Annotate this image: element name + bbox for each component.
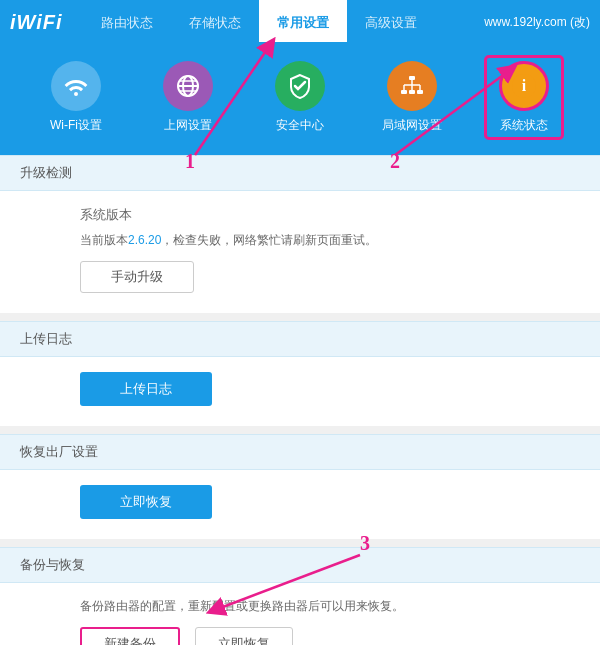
backup-section-header: 备份与恢复 (0, 547, 600, 583)
factory-reset-button[interactable]: 立即恢复 (80, 485, 212, 519)
nav-tab-router-status[interactable]: 路由状态 (83, 0, 171, 45)
upload-log-button[interactable]: 上传日志 (80, 372, 212, 406)
svg-rect-5 (409, 76, 415, 80)
icon-security[interactable]: 安全中心 (260, 61, 340, 134)
factory-reset-section-header: 恢复出厂设置 (0, 434, 600, 470)
lan-label: 局域网设置 (382, 117, 442, 134)
system-label: 系统状态 (500, 117, 548, 134)
header-website: www.192ly.com (改) (484, 14, 590, 31)
upgrade-section-header: 升级检测 (0, 155, 600, 191)
icon-wifi[interactable]: Wi-Fi设置 (36, 61, 116, 134)
internet-icon-circle (163, 61, 213, 111)
backup-desc: 备份路由器的配置，重新配置或更换路由器后可以用来恢复。 (80, 598, 520, 615)
divider-2 (0, 426, 600, 434)
page-wrapper: iWiFi 路由状态 存储状态 常用设置 高级设置 www.192ly.com … (0, 0, 600, 645)
lan-icon-circle (387, 61, 437, 111)
internet-label: 上网设置 (164, 117, 212, 134)
svg-rect-8 (417, 90, 423, 94)
icon-system[interactable]: i 系统状态 (484, 55, 564, 140)
version-number: 2.6.20 (128, 233, 161, 247)
upload-log-section-body: 上传日志 (0, 357, 600, 426)
svg-rect-7 (409, 90, 415, 94)
security-icon-circle (275, 61, 325, 111)
restore-button[interactable]: 立即恢复 (195, 627, 293, 645)
svg-text:i: i (522, 77, 527, 94)
system-icon-circle: i (499, 61, 549, 111)
divider-3 (0, 539, 600, 547)
nav-tabs: 路由状态 存储状态 常用设置 高级设置 (83, 0, 485, 45)
backup-buttons: 新建备份 立即恢复 (80, 627, 520, 645)
wifi-label: Wi-Fi设置 (50, 117, 102, 134)
security-label: 安全中心 (276, 117, 324, 134)
upgrade-section-body: 系统版本 当前版本2.6.20，检查失败，网络繁忙请刷新页面重试。 手动升级 (0, 191, 600, 313)
upload-log-section-header: 上传日志 (0, 321, 600, 357)
icon-row: Wi-Fi设置 上网设置 安全中心 (0, 45, 600, 155)
content-area: 升级检测 系统版本 当前版本2.6.20，检查失败，网络繁忙请刷新页面重试。 手… (0, 155, 600, 645)
header: iWiFi 路由状态 存储状态 常用设置 高级设置 www.192ly.com … (0, 0, 600, 45)
manual-upgrade-button[interactable]: 手动升级 (80, 261, 194, 293)
version-value: 当前版本2.6.20，检查失败，网络繁忙请刷新页面重试。 (80, 232, 520, 249)
backup-section-body: 备份路由器的配置，重新配置或更换路由器后可以用来恢复。 新建备份 立即恢复 (0, 583, 600, 645)
logo: iWiFi (10, 11, 63, 34)
divider-1 (0, 313, 600, 321)
version-label: 系统版本 (80, 206, 520, 224)
nav-tab-common-settings[interactable]: 常用设置 (259, 0, 347, 45)
icon-lan[interactable]: 局域网设置 (372, 61, 452, 134)
wifi-icon-circle (51, 61, 101, 111)
nav-tab-storage-status[interactable]: 存储状态 (171, 0, 259, 45)
svg-rect-6 (401, 90, 407, 94)
icon-internet[interactable]: 上网设置 (148, 61, 228, 134)
nav-tab-advanced-settings[interactable]: 高级设置 (347, 0, 435, 45)
factory-reset-section-body: 立即恢复 (0, 470, 600, 539)
new-backup-button[interactable]: 新建备份 (80, 627, 180, 645)
